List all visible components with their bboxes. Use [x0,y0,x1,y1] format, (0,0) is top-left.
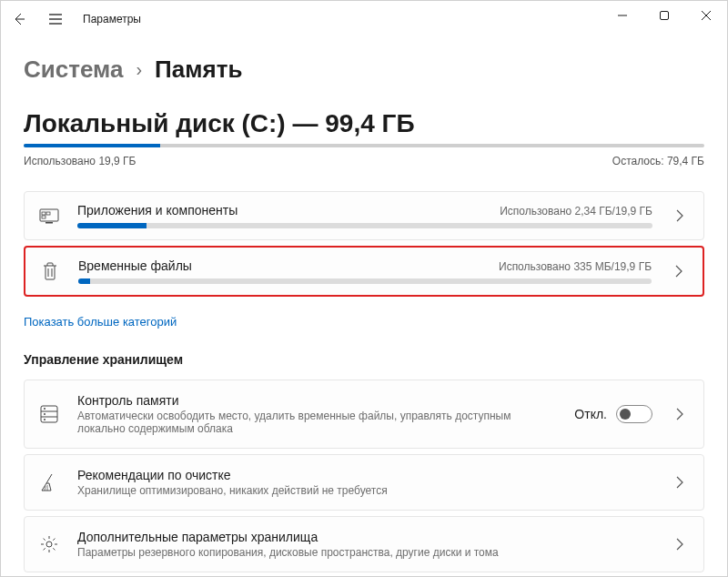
chevron-right-icon [669,538,691,551]
chevron-right-icon [669,408,691,420]
svg-rect-12 [41,406,57,422]
hamburger-menu-button[interactable] [46,10,65,28]
toggle-state-label: Откл. [574,407,607,421]
setting-description: Параметры резервного копирования, дисков… [77,546,652,559]
svg-rect-11 [42,216,46,218]
setting-description: Хранилище оптимизировано, никаких действ… [77,484,652,497]
trash-icon [38,261,62,281]
storage-setting-2[interactable]: Дополнительные параметры хранилищаПараме… [24,516,704,572]
chevron-right-icon [669,476,691,489]
category-card-1[interactable]: Временные файлыИспользовано 335 МБ/19,9 … [24,246,704,297]
minimize-button[interactable] [602,1,643,30]
category-usage: Использовано 335 МБ/19,9 ГБ [499,260,652,273]
svg-point-21 [46,542,52,547]
storage-setting-0[interactable]: Контроль памятиАвтоматически освободить … [24,380,704,449]
chevron-right-icon: › [136,59,142,80]
back-button[interactable] [10,10,28,28]
breadcrumb: Система › Память [24,56,704,84]
close-button[interactable] [685,1,727,30]
category-card-0[interactable]: Приложения и компонентыИспользовано 2,34… [24,191,704,240]
category-bar [77,223,652,228]
storage-sense-toggle[interactable] [616,405,652,423]
svg-point-15 [44,408,46,410]
category-bar [78,278,652,284]
category-title: Временные файлы [78,258,192,273]
chevron-right-icon [669,209,691,222]
storage-management-heading: Управление хранилищем [24,352,704,367]
gear-icon [37,534,61,554]
setting-description: Автоматически освободить место, удалить … [77,410,558,435]
svg-rect-7 [40,209,58,221]
setting-title: Рекомендации по очистке [77,468,652,482]
svg-rect-8 [46,222,53,224]
show-more-categories-link[interactable]: Показать больше категорий [24,315,177,329]
apps-icon [37,207,61,225]
svg-point-17 [44,419,46,420]
category-usage: Использовано 2,34 ГБ/19,9 ГБ [500,205,652,218]
window-title: Параметры [83,13,141,25]
svg-rect-9 [42,212,46,215]
category-title: Приложения и компоненты [77,203,238,218]
chevron-right-icon [668,265,690,278]
disk-free-label: Осталось: 79,4 ГБ [612,155,704,167]
setting-title: Контроль памяти [77,393,558,408]
breadcrumb-root[interactable]: Система [24,56,123,84]
disk-usage-bar [24,144,704,147]
svg-rect-4 [661,12,669,20]
storage-icon [37,404,61,424]
storage-setting-1[interactable]: Рекомендации по очисткеХранилище оптимиз… [24,454,704,511]
breadcrumb-current: Память [155,56,242,84]
svg-line-18 [46,474,52,483]
disk-used-label: Использовано 19,9 ГБ [24,155,136,167]
broom-icon [37,472,61,492]
svg-rect-10 [46,212,50,215]
maximize-button[interactable] [643,1,685,30]
disk-title: Локальный диск (C:) — 99,4 ГБ [24,109,704,138]
svg-point-16 [44,413,46,415]
setting-title: Дополнительные параметры хранилища [77,530,652,544]
disk-usage-bar-fill [24,144,160,147]
